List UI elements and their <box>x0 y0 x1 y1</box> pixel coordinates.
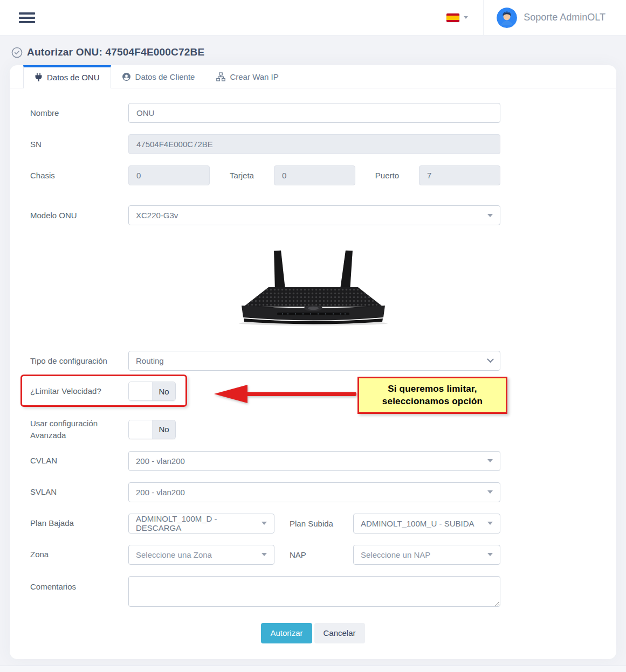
tab-bar: Datos de ONU Datos de Cliente Crear Wan … <box>10 65 616 88</box>
toggle-state-label: No <box>153 420 175 439</box>
check-circle-icon <box>11 47 23 58</box>
caret-down-icon <box>262 553 267 556</box>
toggle-state-label: No <box>153 382 175 400</box>
zona-label: Zona <box>30 549 128 560</box>
planes-row: Plan Bajada ADMINOLT_100M_D - DESCARGA P… <box>30 514 596 534</box>
sitemap-icon <box>216 72 225 81</box>
caret-down-icon <box>487 490 493 494</box>
cvlan-field-row: CVLAN 200 - vlan200 <box>30 451 596 471</box>
caret-down-icon <box>464 16 468 19</box>
sn-label: SN <box>30 138 128 150</box>
plug-icon <box>35 73 43 82</box>
comentarios-textarea[interactable] <box>128 576 500 607</box>
autorizar-button[interactable]: Autorizar <box>261 623 312 643</box>
limitar-velocidad-toggle[interactable]: No <box>128 382 176 401</box>
annotation-note: Si queremos limitar, seleccionamos opció… <box>357 377 507 414</box>
tab-crear-wan-ip[interactable]: Crear Wan IP <box>205 65 289 88</box>
nap-select[interactable]: Seleccione un NAP <box>353 545 500 565</box>
plan-subida-select[interactable]: ADMINOLT_100M_U - SUBIDA <box>353 514 500 534</box>
plan-bajada-select[interactable]: ADMINOLT_100M_D - DESCARGA <box>128 514 274 534</box>
chasis-input <box>128 165 210 185</box>
sn-input <box>128 134 500 154</box>
red-arrow-annotation <box>213 383 357 405</box>
nombre-field-row: Nombre <box>30 103 596 123</box>
caret-down-icon <box>487 214 493 217</box>
usar-configuracion-avanzada-label: Usar configuración Avanzada <box>30 418 128 441</box>
onu-product-image <box>30 246 596 326</box>
form-card: Datos de ONU Datos de Cliente Crear Wan … <box>10 65 616 659</box>
tipo-config-field-row: Tipo de configuración Routing <box>30 351 596 371</box>
page-title: Autorizar ONU: 47504F4E000C72BE <box>27 46 204 58</box>
modelo-onu-label: Modelo ONU <box>30 210 128 221</box>
zona-nap-row: Zona Seleccione una Zona NAP Seleccione … <box>30 545 596 565</box>
chasis-field-row: Chasis Tarjeta Puerto <box>30 165 596 185</box>
comentarios-label: Comentarios <box>30 576 128 593</box>
hamburger-menu-button[interactable] <box>19 10 35 25</box>
toggle-handle <box>129 420 153 439</box>
puerto-input <box>419 165 500 185</box>
svlan-field-row: SVLAN 200 - vlan200 <box>30 482 596 502</box>
spain-flag-icon <box>446 13 459 22</box>
tipo-configuracion-select[interactable]: Routing <box>128 351 500 371</box>
chasis-label: Chasis <box>30 170 128 182</box>
tarjeta-label: Tarjeta <box>230 171 254 180</box>
caret-down-icon <box>487 553 493 556</box>
cancelar-button[interactable]: Cancelar <box>314 623 365 643</box>
zona-select[interactable]: Seleccione una Zona <box>128 545 274 565</box>
tab-datos-cliente[interactable]: Datos de Cliente <box>111 65 206 88</box>
modelo-field-row: Modelo ONU XC220-G3v <box>30 205 596 225</box>
toggle-handle <box>129 382 153 400</box>
limitar-velocidad-label: ¿Limitar Velocidad? <box>30 385 128 397</box>
config-avanzada-row: Usar configuración Avanzada No <box>30 418 596 441</box>
avatar <box>497 8 517 28</box>
caret-down-icon <box>487 522 493 525</box>
chevron-down-icon <box>487 356 494 363</box>
limitar-velocidad-row: ¿Limitar Velocidad? No Si queremos limit… <box>30 382 596 401</box>
user-menu[interactable]: Soporte AdminOLT <box>484 8 606 28</box>
tab-datos-onu[interactable]: Datos de ONU <box>23 65 111 88</box>
footer-strip <box>0 666 626 672</box>
comentarios-row: Comentarios <box>30 576 596 609</box>
caret-down-icon <box>262 522 267 525</box>
nombre-label: Nombre <box>30 107 128 119</box>
user-name: Soporte AdminOLT <box>524 12 606 23</box>
plan-subida-label: Plan Subida <box>290 519 337 528</box>
nombre-input[interactable] <box>128 103 500 123</box>
top-header: Soporte AdminOLT <box>0 0 626 36</box>
svlan-select[interactable]: 200 - vlan200 <box>128 482 500 502</box>
plan-bajada-label: Plan Bajada <box>30 517 128 529</box>
caret-down-icon <box>487 459 493 462</box>
user-icon <box>122 72 131 81</box>
modelo-onu-select[interactable]: XC220-G3v <box>128 205 500 225</box>
tipo-configuracion-label: Tipo de configuración <box>30 355 128 367</box>
config-avanzada-toggle[interactable]: No <box>128 420 176 439</box>
nap-label: NAP <box>290 550 337 559</box>
main-content: Autorizar ONU: 47504F4E000C72BE Datos de… <box>0 36 626 666</box>
cvlan-select[interactable]: 200 - vlan200 <box>128 451 500 471</box>
language-selector[interactable] <box>431 13 483 22</box>
puerto-label: Puerto <box>375 171 399 180</box>
tarjeta-input <box>274 165 355 185</box>
sn-field-row: SN <box>30 134 596 154</box>
svlan-label: SVLAN <box>30 486 128 498</box>
cvlan-label: CVLAN <box>30 455 128 467</box>
